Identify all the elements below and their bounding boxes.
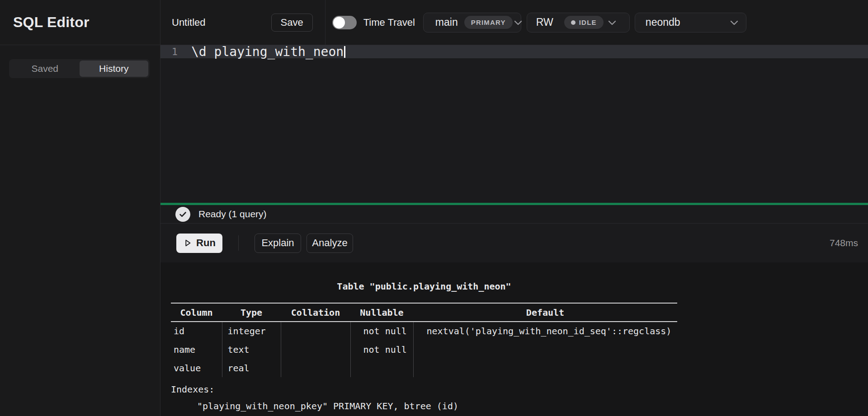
save-button[interactable]: Save [271, 14, 313, 32]
topbar: Untitled Save Time Travel main PRIMARY R… [160, 0, 868, 45]
chevron-down-icon [729, 17, 740, 28]
cell: not null [350, 322, 413, 340]
topbar-divider [325, 0, 326, 45]
idle-dot-icon [571, 20, 576, 25]
explain-button[interactable]: Explain [255, 234, 301, 253]
play-icon [183, 238, 192, 248]
result-table: Column Type Collation Nullable Default i… [171, 303, 677, 377]
cell: value [171, 359, 222, 377]
database-select[interactable]: neondb [635, 13, 746, 33]
check-circle-icon [175, 207, 190, 222]
cell: name [171, 340, 222, 359]
database-name: neondb [646, 16, 680, 28]
time-travel-toggle[interactable] [332, 16, 357, 29]
tab-saved[interactable]: Saved [10, 61, 80, 77]
branch-primary-badge: PRIMARY [464, 16, 513, 29]
cell [413, 340, 677, 359]
cell [413, 359, 677, 377]
tab-history[interactable]: History [80, 61, 149, 77]
cell: text [222, 340, 281, 359]
ready-status-text: Ready (1 query) [198, 209, 267, 220]
saved-history-segmented-control: Saved History [9, 59, 150, 78]
cell [281, 340, 350, 359]
branch-select[interactable]: main PRIMARY [423, 13, 521, 33]
time-travel-label: Time Travel [363, 17, 415, 28]
main-area: 1 \d playing_with_neon Ready (1 query) R… [160, 45, 868, 416]
cell [350, 359, 413, 377]
col-header-default: Default [413, 303, 677, 322]
status-bar: Ready (1 query) [160, 205, 868, 224]
cell: not null [350, 340, 413, 359]
query-duration: 748ms [830, 238, 858, 248]
line-number: 1 [160, 46, 184, 57]
sidebar: Saved History [0, 45, 160, 416]
cell: nextval('playing_with_neon_id_seq'::regc… [413, 322, 677, 340]
table-row: value real [171, 359, 677, 377]
query-toolbar: Run Explain Analyze 748ms [160, 224, 868, 262]
page-title: SQL Editor [13, 14, 90, 31]
cell: integer [222, 322, 281, 340]
toggle-knob [333, 17, 345, 28]
chevron-down-icon [513, 17, 524, 28]
run-label: Run [196, 237, 216, 249]
editor-current-line: 1 \d playing_with_neon [160, 45, 868, 58]
col-header-nullable: Nullable [350, 303, 413, 322]
table-row: name text not null [171, 340, 677, 359]
compute-status: IDLE [579, 19, 597, 26]
cell [281, 359, 350, 377]
results-panel: Table "public.playing_with_neon" Column … [160, 262, 868, 416]
run-button[interactable]: Run [176, 234, 222, 253]
text-cursor [344, 46, 345, 58]
chevron-down-icon [607, 17, 618, 28]
sidebar-header: SQL Editor [0, 0, 160, 45]
table-header-row: Column Type Collation Nullable Default [171, 303, 677, 322]
result-table-title: Table "public.playing_with_neon" [171, 281, 677, 292]
editor-code: \d playing_with_neon [191, 44, 345, 59]
col-header-column: Column [171, 303, 222, 322]
compute-status-badge: IDLE [564, 16, 604, 29]
sql-editor[interactable]: 1 \d playing_with_neon [160, 45, 868, 203]
cell: id [171, 322, 222, 340]
query-title: Untitled [172, 17, 206, 28]
indexes-label: Indexes: [171, 384, 677, 395]
col-header-collation: Collation [281, 303, 350, 322]
toolbar-divider [238, 235, 239, 251]
compute-name: RW [536, 16, 553, 28]
code-text: \d playing_with_neon [191, 44, 344, 59]
col-header-type: Type [222, 303, 281, 322]
cell: real [222, 359, 281, 377]
compute-select[interactable]: RW IDLE [527, 13, 630, 33]
index-entry: "playing_with_neon_pkey" PRIMARY KEY, bt… [171, 401, 677, 411]
branch-name: main [435, 16, 458, 28]
cell [281, 322, 350, 340]
table-row: id integer not null nextval('playing_wit… [171, 322, 677, 340]
analyze-button[interactable]: Analyze [307, 234, 353, 253]
